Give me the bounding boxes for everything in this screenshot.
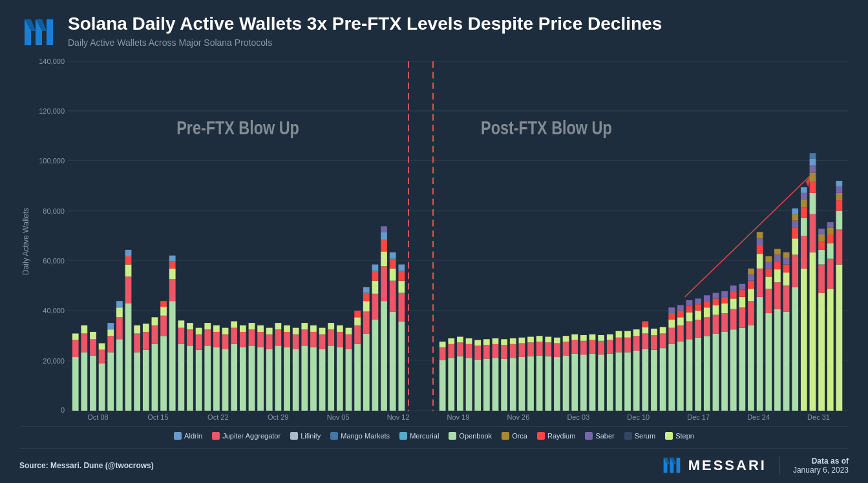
svg-rect-56 [143, 332, 149, 350]
svg-rect-201 [554, 338, 560, 344]
svg-rect-123 [328, 323, 334, 329]
y-axis-label: Daily Active Wallets [19, 61, 32, 421]
svg-rect-91 [240, 347, 246, 411]
svg-rect-267 [713, 298, 719, 305]
svg-rect-244 [677, 342, 684, 411]
svg-rect-85 [222, 349, 229, 411]
y-label-100k: 100,000 [39, 157, 65, 165]
svg-rect-229 [642, 349, 648, 411]
svg-rect-40 [107, 336, 114, 352]
svg-rect-175 [483, 358, 490, 411]
svg-rect-334 [810, 159, 816, 165]
svg-rect-96 [249, 323, 255, 329]
svg-rect-106 [284, 347, 290, 411]
svg-rect-293 [757, 245, 763, 254]
svg-rect-263 [704, 295, 710, 301]
svg-rect-245 [677, 325, 684, 342]
svg-rect-80 [204, 329, 211, 345]
svg-rect-226 [633, 351, 640, 411]
y-label-0: 0 [61, 406, 65, 414]
svg-rect-137 [363, 293, 370, 302]
x-label-oct08: Oct 08 [68, 413, 128, 421]
svg-text:Pre-FTX Blow Up: Pre-FTX Blow Up [176, 117, 299, 139]
svg-rect-326 [801, 193, 807, 200]
svg-rect-300 [765, 262, 772, 269]
svg-rect-135 [363, 312, 370, 334]
svg-rect-68 [169, 262, 176, 269]
svg-rect-161 [439, 347, 446, 360]
data-as-of-date: January 6, 2023 [793, 466, 849, 475]
x-label-dec10: Dec 10 [608, 413, 668, 421]
svg-rect-281 [739, 297, 745, 307]
legend-color-serum [624, 432, 632, 440]
legend-item-mango: Mango Markets [330, 432, 390, 440]
svg-rect-215 [598, 341, 604, 355]
svg-rect-134 [363, 333, 370, 411]
svg-rect-310 [783, 272, 790, 285]
svg-rect-287 [748, 281, 754, 289]
data-as-of: Data as of January 6, 2023 [779, 457, 849, 475]
legend-label-mango: Mango Markets [341, 432, 390, 440]
svg-rect-44 [116, 317, 123, 339]
svg-rect-321 [801, 269, 807, 411]
svg-text:Post-FTX Blow Up: Post-FTX Blow Up [481, 117, 612, 139]
svg-rect-233 [651, 350, 657, 411]
svg-rect-116 [310, 332, 317, 347]
svg-rect-242 [668, 313, 675, 320]
x-label-dec17: Dec 17 [668, 413, 728, 421]
svg-rect-2 [47, 19, 53, 45]
svg-rect-126 [337, 325, 343, 332]
svg-rect-152 [390, 269, 396, 281]
svg-rect-79 [204, 345, 211, 411]
legend-item-orca: Orca [502, 432, 527, 440]
y-axis: 140,000 120,000 100,000 80,000 60,000 40… [36, 61, 68, 411]
svg-rect-279 [739, 328, 745, 411]
svg-rect-84 [213, 325, 220, 332]
legend-label-mercurial: Mercurial [410, 432, 439, 440]
legend-item-serum: Serum [624, 432, 655, 440]
svg-rect-225 [624, 331, 631, 338]
svg-rect-52 [134, 352, 140, 411]
svg-rect-65 [169, 301, 176, 411]
svg-rect-108 [284, 325, 290, 332]
svg-rect-343 [827, 259, 834, 289]
svg-rect-124 [337, 347, 343, 411]
svg-rect-141 [372, 281, 379, 294]
svg-rect-209 [580, 341, 587, 355]
header: Solana Daily Active Wallets 3x Pre-FTX L… [19, 13, 849, 52]
svg-rect-239 [668, 344, 675, 411]
svg-rect-289 [748, 269, 754, 274]
y-label-40k: 40,000 [43, 307, 65, 314]
svg-rect-262 [704, 301, 710, 307]
svg-rect-118 [319, 349, 326, 411]
x-label-oct15: Oct 15 [128, 413, 188, 421]
svg-rect-36 [99, 364, 105, 411]
svg-rect-325 [801, 200, 807, 208]
svg-rect-53 [134, 333, 140, 352]
svg-rect-54 [134, 325, 140, 334]
svg-rect-260 [704, 317, 710, 336]
chart-inner: 0 20,000 40,000 60,000 80,000 100,000 12… [36, 61, 849, 421]
svg-rect-87 [222, 328, 229, 334]
svg-rect-136 [363, 301, 370, 311]
svg-rect-174 [474, 340, 481, 346]
footer-logo-icon [661, 454, 683, 477]
svg-rect-338 [818, 250, 825, 265]
legend-label-saber: Saber [595, 432, 614, 440]
footer-logo: MESSARI [661, 454, 767, 477]
legend-label-lifinity: Lifinity [301, 432, 321, 440]
svg-rect-357 [676, 458, 680, 473]
svg-rect-156 [398, 293, 405, 322]
svg-rect-179 [492, 344, 499, 358]
svg-rect-184 [510, 358, 516, 411]
svg-rect-258 [695, 298, 701, 304]
svg-rect-186 [510, 338, 516, 344]
svg-rect-349 [836, 229, 843, 264]
svg-rect-51 [125, 250, 132, 256]
svg-rect-214 [598, 355, 604, 411]
svg-rect-247 [677, 311, 684, 317]
svg-rect-354 [836, 181, 843, 187]
svg-rect-207 [571, 334, 578, 340]
svg-rect-316 [792, 238, 798, 254]
svg-rect-50 [125, 256, 132, 265]
